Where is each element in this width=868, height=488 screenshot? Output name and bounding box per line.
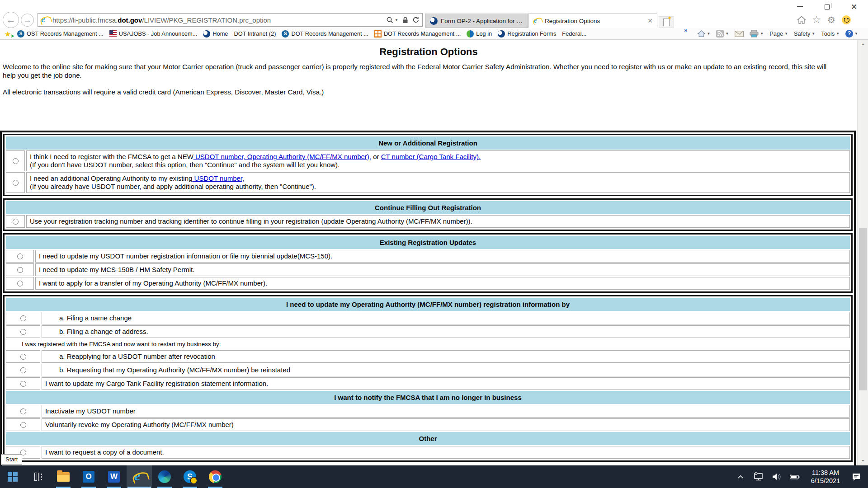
address-bar[interactable]: e https://li-public.fmcsa.dot.gov/LIVIEW… xyxy=(38,13,423,27)
favorite-log-in[interactable]: Log in xyxy=(467,30,492,38)
dot-logo-icon xyxy=(498,30,505,38)
radio-biennial-update[interactable] xyxy=(17,253,23,259)
page-content: Registration Options Welcome to the onli… xyxy=(0,40,857,465)
section-header: New or Additional Registration xyxy=(6,136,850,150)
sharepoint-icon: S xyxy=(17,30,24,38)
favorite-ost-records[interactable]: S OST Records Management ... xyxy=(17,30,104,38)
favorite-home[interactable]: Home xyxy=(203,30,228,38)
radio-address-change[interactable] xyxy=(20,329,26,335)
link-usdot-operating-authority[interactable]: USDOT number, Operating Authority (MC/FF… xyxy=(193,153,371,160)
radio-transfer-authority[interactable] xyxy=(17,281,23,286)
favorites-overflow-chevron[interactable]: » xyxy=(684,27,686,33)
radio-cargo-tank-update[interactable] xyxy=(20,381,26,387)
word-icon: W xyxy=(108,471,120,483)
radio-tracking-number[interactable] xyxy=(13,219,19,225)
volume-icon[interactable] xyxy=(771,470,782,483)
taskbar: O W e S 11:38 AM 6/15/2021 xyxy=(0,465,868,488)
dot-logo-icon xyxy=(430,17,438,25)
close-button[interactable]: ✕ xyxy=(848,3,860,11)
rss-feed-button[interactable]: ▼ xyxy=(716,30,729,38)
favorite-usajobs[interactable]: USAJOBS - Job Announcem... xyxy=(109,30,198,38)
option-row-address-change: b. Filing a change of address. xyxy=(6,325,850,338)
print-icon[interactable]: ▼ xyxy=(750,30,764,38)
browser-chrome: ✕ ← → e https://li-public.fmcsa.dot.gov/… xyxy=(0,0,868,41)
favorite-dot-records-1[interactable]: S DOT Records Management ... xyxy=(282,30,368,38)
chrome-button[interactable] xyxy=(203,465,228,488)
radio-additional-authority[interactable] xyxy=(13,180,19,186)
new-tab-button[interactable] xyxy=(659,16,674,28)
option-row-revoke-authority: Voluntarily revoke my Operating Authorit… xyxy=(6,418,850,431)
search-dropdown-icon[interactable]: ▼ xyxy=(395,18,398,22)
file-explorer-button[interactable] xyxy=(51,465,76,488)
outlook-button[interactable]: O xyxy=(76,465,101,488)
safety-menu[interactable]: Safety▼ xyxy=(794,30,815,37)
option-row-cargo-tank-update: I want to update my Cargo Tank Facility … xyxy=(6,377,850,390)
radio-mcs150b[interactable] xyxy=(17,267,23,273)
option-row-name-change: a. Filing a name change xyxy=(6,312,850,324)
add-favorite-icon[interactable]: ★➤ xyxy=(5,30,14,38)
tab-close-icon[interactable]: ✕ xyxy=(647,17,653,24)
tools-menu[interactable]: Tools▼ xyxy=(821,30,840,37)
link-usdot-number[interactable]: USDOT number xyxy=(192,174,242,182)
internet-explorer-button[interactable]: e xyxy=(127,465,152,488)
command-bar: » ▼ ▼ ▼ Page▼ Safety▼ Tools▼ ?▼ xyxy=(684,30,868,38)
network-icon[interactable] xyxy=(753,470,764,483)
tray-chevron-up-icon[interactable] xyxy=(735,470,746,483)
start-button[interactable] xyxy=(0,465,25,488)
help-menu[interactable]: ?▼ xyxy=(845,30,858,38)
url-text[interactable]: https://li-public.fmcsa.dot.gov/LIVIEW/P… xyxy=(52,16,382,24)
section-continue-registration: Continue Filling Out Registration Use yo… xyxy=(3,198,853,231)
radio-reinstate-authority[interactable] xyxy=(20,367,26,373)
edge-button[interactable] xyxy=(152,465,177,488)
home-page-button[interactable]: ▼ xyxy=(697,30,711,38)
search-icon[interactable]: ▼ xyxy=(386,16,398,23)
favorite-federal[interactable]: Federal... xyxy=(562,30,586,37)
option-row-copy-of-document: I want to request a copy of a document. xyxy=(6,446,850,459)
tab-registration-options[interactable]: e Registration Options ✕ xyxy=(528,14,657,28)
minimize-button[interactable] xyxy=(794,3,806,11)
radio-reapply-usdot[interactable] xyxy=(20,354,26,360)
task-view-icon xyxy=(34,473,42,481)
restore-button[interactable] xyxy=(821,3,833,11)
action-center-icon[interactable] xyxy=(851,470,862,483)
section-header-no-longer-in-business: I want to notify the FMCSA that I am no … xyxy=(6,391,850,404)
refresh-icon[interactable] xyxy=(412,16,420,23)
favorites-star-icon[interactable]: ☆ xyxy=(811,14,822,25)
forward-button[interactable]: → xyxy=(21,14,34,27)
radio-revoke-authority[interactable] xyxy=(20,422,26,428)
read-mail-icon[interactable] xyxy=(735,31,744,37)
link-ct-number[interactable]: CT number (Cargo Tank Facility). xyxy=(381,153,481,160)
option-row-tracking-number: Use your registration tracking number an… xyxy=(6,215,850,228)
settings-gear-icon[interactable]: ⚙ xyxy=(826,14,837,25)
word-button[interactable]: W xyxy=(101,465,127,488)
section-header: I need to update my Operating Authority … xyxy=(6,298,850,311)
page-menu[interactable]: Page▼ xyxy=(769,30,788,37)
vertical-scrollbar[interactable]: ⌃ ⌄ xyxy=(857,40,868,465)
radio-inactivate-usdot[interactable] xyxy=(20,408,26,414)
task-view-button[interactable] xyxy=(25,465,51,488)
option-row-new-usdot: I think I need to register with the FMCS… xyxy=(6,150,850,171)
scroll-up-icon[interactable]: ⌃ xyxy=(858,41,868,51)
skype-button[interactable]: S xyxy=(177,465,203,488)
scroll-down-icon[interactable]: ⌄ xyxy=(858,455,868,465)
back-button[interactable]: ← xyxy=(3,12,19,28)
section-update-authority: I need to update my Operating Authority … xyxy=(3,295,853,462)
home-icon[interactable] xyxy=(796,14,807,25)
section-header: Continue Filling Out Registration xyxy=(6,201,850,214)
favorite-registration-forms[interactable]: Registration Forms xyxy=(498,30,556,38)
dot-logo-icon xyxy=(203,30,210,38)
favorites-bar: ★➤ S OST Records Management ... USAJOBS … xyxy=(0,28,868,40)
option-row-biennial-update: I need to update my USDOT number registr… xyxy=(6,250,850,263)
radio-new-usdot[interactable] xyxy=(13,158,19,164)
radio-name-change[interactable] xyxy=(20,315,26,321)
scrollbar-thumb[interactable] xyxy=(859,228,867,390)
feedback-smiley-icon[interactable] xyxy=(841,14,852,25)
battery-icon[interactable] xyxy=(789,470,800,483)
tab-form-op2[interactable]: Form OP-2 - Application for M... xyxy=(425,14,528,28)
section-header-other: Other xyxy=(6,432,850,445)
favorite-dot-records-2[interactable]: DOT Records Management ... xyxy=(374,30,461,38)
taskbar-clock[interactable]: 11:38 AM 6/15/2021 xyxy=(807,469,844,485)
option-subtext: (If you already have USDOT number, and a… xyxy=(30,183,846,191)
sharepoint-icon: S xyxy=(282,30,289,38)
favorite-dot-intranet[interactable]: DOT Intranet (2) xyxy=(234,30,276,37)
